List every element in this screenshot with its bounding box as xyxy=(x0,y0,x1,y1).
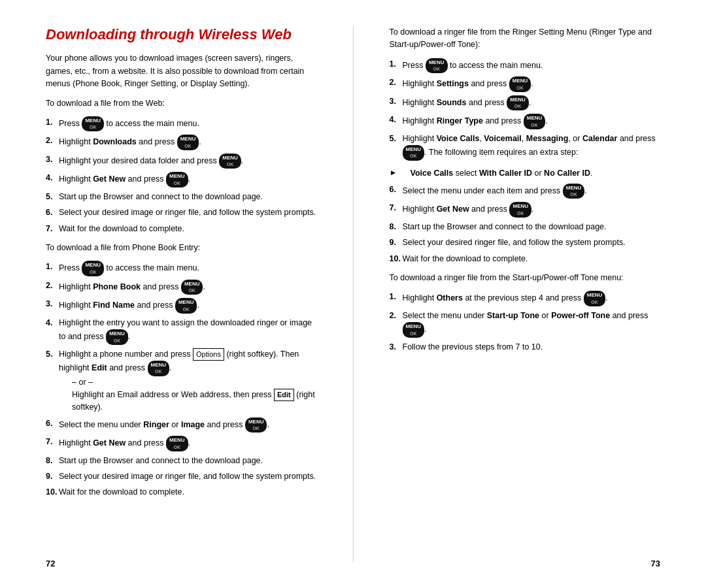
list-item: 7. Wait for the download to complete. xyxy=(46,223,317,235)
list-item: 9. Select your desired ringer file, and … xyxy=(390,237,661,249)
menu-ok-btn: MENUOK xyxy=(403,322,425,337)
list-item: 2. Highlight Settings and press MENUOK. xyxy=(390,76,661,91)
right-section1-heading: To download a ringer file from the Ringe… xyxy=(390,26,661,52)
right-section2-heading: To download a ringer file from the Start… xyxy=(390,272,661,284)
menu-ok-btn: MENUOK xyxy=(524,114,546,129)
edit-btn: Edit xyxy=(274,389,294,401)
list-item: 1. Highlight Others at the previous step… xyxy=(390,291,661,306)
menu-ok-btn: MENUOK xyxy=(166,436,188,451)
page-number-right: 73 xyxy=(651,559,660,568)
menu-ok-btn: MENUOK xyxy=(507,95,529,110)
menu-ok-btn: MENUOK xyxy=(148,361,170,376)
menu-ok-btn: MENUOK xyxy=(426,58,448,73)
menu-ok-btn: MENUOK xyxy=(106,329,128,344)
column-divider xyxy=(353,26,354,562)
page-number-left: 72 xyxy=(46,559,55,568)
page-title: Downloading through Wireless Web xyxy=(46,26,317,43)
list-item: 10. Wait for the download to complete. xyxy=(390,253,661,265)
list-item: 8. Start up the Browser and connect to t… xyxy=(390,221,661,233)
list-item: 7. Highlight Get New and press MENUOK. xyxy=(46,436,317,451)
menu-ok-btn: MENUOK xyxy=(509,202,531,217)
list-item: 6. Select the menu under each item and p… xyxy=(390,184,661,199)
list-item: 5. Highlight a phone number and press Op… xyxy=(46,348,317,414)
menu-ok-btn: MENUOK xyxy=(563,184,585,199)
list-item: 4. Highlight the entry you want to assig… xyxy=(46,317,317,345)
arrow-item: Voice Calls select With Caller ID or No … xyxy=(390,167,661,180)
list-item: 1. Press MENUOK to access the main menu. xyxy=(390,58,661,73)
list-item: 1. Press MENUOK to access the main menu. xyxy=(46,116,317,131)
menu-ok-btn: MENUOK xyxy=(82,261,104,276)
list-item: 3. Follow the previous steps from 7 to 1… xyxy=(390,341,661,353)
right-section1-list: 1. Press MENUOK to access the main menu.… xyxy=(390,58,661,161)
menu-ok-btn: MENUOK xyxy=(403,145,425,160)
right-column: To download a ringer file from the Ringe… xyxy=(383,26,667,562)
section1-heading: To download a file from the Web: xyxy=(46,97,317,110)
menu-ok-btn: MENUOK xyxy=(245,417,267,433)
menu-ok-btn: MENUOK xyxy=(509,76,531,91)
list-item: 4. Highlight Ringer Type and press MENUO… xyxy=(390,114,661,129)
intro-text: Your phone allows you to download images… xyxy=(46,52,317,90)
menu-ok-btn: MENUOK xyxy=(82,116,104,131)
options-btn: Options xyxy=(193,348,224,361)
list-item: 1. Press MENUOK to access the main menu. xyxy=(46,261,317,276)
menu-ok-btn: MENUOK xyxy=(181,280,203,295)
right-section1-list-cont: 6. Select the menu under each item and p… xyxy=(390,184,661,265)
right-section2-list: 1. Highlight Others at the previous step… xyxy=(390,291,661,353)
list-item: 5. Highlight Voice Calls, Voicemail, Mes… xyxy=(390,133,661,161)
list-item: 10. Wait for the download to complete. xyxy=(46,486,317,498)
menu-ok-btn: MENUOK xyxy=(166,172,188,187)
list-item: 8. Start up the Browser and connect to t… xyxy=(46,455,317,467)
left-column: Downloading through Wireless Web Your ph… xyxy=(39,26,324,562)
menu-ok-btn: MENUOK xyxy=(219,154,241,169)
list-item: 7. Highlight Get New and press MENUOK. xyxy=(390,202,661,217)
list-item: 3. Highlight Sounds and press MENUOK. xyxy=(390,95,661,110)
list-item: 2. Highlight Downloads and press MENUOK. xyxy=(46,135,317,150)
menu-ok-btn: MENUOK xyxy=(584,291,606,306)
list-item: 5. Start up the Browser and connect to t… xyxy=(46,191,317,203)
menu-ok-btn: MENUOK xyxy=(177,135,199,150)
list-item: 6. Select your desired image or ringer f… xyxy=(46,206,317,219)
section1-list: 1. Press MENUOK to access the main menu.… xyxy=(46,116,317,235)
list-item: 3. Highlight your desired data folder an… xyxy=(46,154,317,169)
section2-heading: To download a file from Phone Book Entry… xyxy=(46,242,317,254)
list-item: 2. Highlight Phone Book and press MENUOK… xyxy=(46,280,317,295)
list-item: 9. Select your desired image or ringer f… xyxy=(46,470,317,483)
section2-list: 1. Press MENUOK to access the main menu.… xyxy=(46,261,317,498)
list-item: 4. Highlight Get New and press MENUOK. xyxy=(46,172,317,187)
menu-ok-btn: MENUOK xyxy=(175,298,197,313)
list-item: 3. Highlight Find Name and press MENUOK. xyxy=(46,298,317,313)
list-item: 6. Select the menu under Ringer or Image… xyxy=(46,417,317,433)
list-item: 2. Select the menu under Start-up Tone o… xyxy=(390,310,661,338)
